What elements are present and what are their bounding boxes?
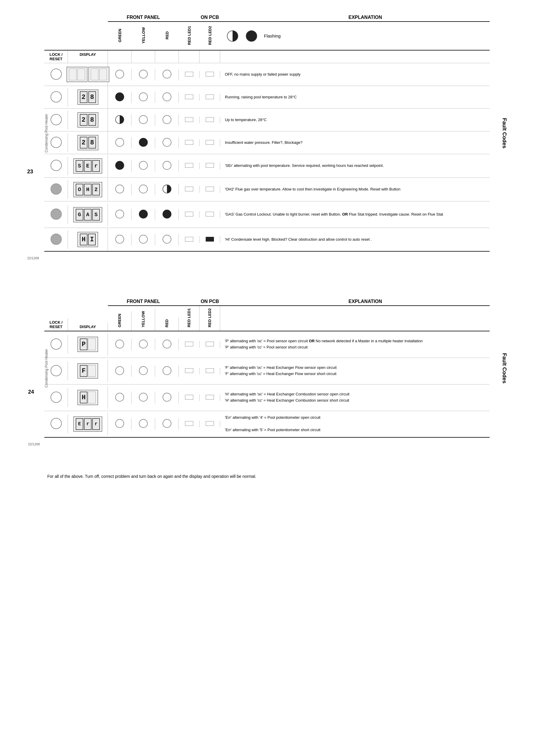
svg-point-30	[51, 234, 62, 245]
green-empty-circle	[114, 418, 125, 429]
led2-empty	[206, 140, 214, 145]
led2-empty	[206, 117, 214, 122]
explanation-header-2: EXPLANATION	[241, 299, 490, 306]
red-empty-circle	[162, 114, 172, 125]
yellow-col-header-2: YELLOW	[140, 309, 147, 330]
yellow-filled-circle	[138, 137, 149, 148]
explanation-text: 'P' alternating with 'oc' = Pool sensor …	[220, 336, 490, 353]
svg-point-45	[163, 393, 171, 401]
red-empty-circle	[162, 234, 172, 245]
red-empty-circle	[162, 92, 172, 102]
svg-point-2	[51, 69, 62, 79]
red-empty-circle	[162, 418, 172, 429]
explanation-text: Up to temperature, 28°C	[220, 115, 490, 125]
red-empty-circle	[162, 137, 172, 148]
sidebar-left-2: Condensing Pool Heater	[44, 349, 48, 388]
page-wrapper: Condensing Pool Heater Fault Codes 23 22…	[0, 0, 534, 500]
yellow-col-header: YELLOW	[140, 25, 147, 46]
yellow-empty-circle	[138, 234, 149, 245]
led1-empty	[185, 212, 193, 216]
yellow-empty-circle	[138, 69, 149, 79]
lock-circle-empty	[50, 338, 63, 351]
led1-empty	[185, 187, 193, 191]
svg-point-12	[139, 116, 148, 124]
led1-empty	[185, 117, 193, 122]
led2-empty	[206, 72, 214, 76]
flashing-label: Flashing	[264, 33, 281, 39]
table-row: 2 8 Insufficient water pressure	[44, 131, 490, 154]
green-empty-circle	[114, 234, 125, 245]
green-empty-circle	[114, 69, 125, 79]
svg-point-6	[51, 92, 62, 102]
lock-circle-empty	[50, 364, 63, 377]
rotated-headers-2: LOCK / RESET DISPLAY GREEN YELLOW RED RE…	[44, 306, 490, 331]
table-row: P 'P' alternating with 'oc' =	[44, 331, 490, 358]
led1-empty	[185, 237, 193, 242]
display-hi: H I	[69, 230, 106, 248]
svg-point-29	[163, 210, 171, 218]
lock-circle-empty	[50, 113, 63, 126]
table-row: 2 8	[44, 109, 490, 131]
sidebar-right-2: Fault Codes	[501, 353, 507, 383]
svg-point-31	[116, 235, 124, 243]
table-row: OFF, no mains supply or failed power sup…	[44, 63, 490, 86]
green-empty-circle	[114, 209, 125, 219]
yellow-empty-circle	[138, 392, 149, 402]
svg-point-39	[116, 366, 124, 375]
sidebar-left-1: Condensing Pool Heater	[44, 114, 48, 153]
svg-point-21	[163, 161, 171, 170]
yellow-empty-circle	[138, 418, 149, 429]
doc-number-2: 22/1208	[28, 443, 40, 446]
front-panel-header: FRONT PANEL	[108, 15, 179, 22]
display-28: 2 8	[69, 88, 106, 106]
display-28-half: 2 8	[69, 111, 106, 129]
display-ser: S E r	[69, 157, 106, 175]
led2-empty	[206, 395, 214, 399]
svg-point-1	[246, 31, 257, 41]
svg-point-32	[139, 235, 148, 243]
explanation-text: 'OH2' Flue gas over temperature. Allow t…	[220, 184, 490, 195]
svg-point-44	[139, 393, 148, 401]
explanation-text: 'H' alternating with 'oc' = Heat Exchang…	[220, 389, 490, 406]
led2-empty	[206, 94, 214, 99]
svg-point-17	[163, 138, 171, 147]
yellow-empty-circle	[138, 92, 149, 102]
on-pcb-header: ON PCB	[179, 15, 241, 22]
on-pcb-header-2: ON PCB	[179, 299, 241, 306]
col-group-headers-1: FRONT PANEL ON PCB EXPLANATION	[44, 15, 490, 22]
red-col-header-2: RED	[163, 317, 170, 330]
section-2: Condensing Pool Heater Fault Codes 24 22…	[44, 299, 490, 437]
led1-empty	[185, 94, 193, 99]
half-circle-icon	[226, 30, 239, 42]
led1-empty	[185, 140, 193, 145]
led1-empty	[185, 368, 193, 373]
svg-point-10	[51, 114, 62, 125]
lock-circle-gray	[50, 208, 63, 221]
svg-point-7	[116, 93, 124, 101]
led2-filled	[206, 237, 214, 242]
green-empty-circle	[114, 184, 125, 194]
red-empty-circle	[162, 392, 172, 402]
explanation-text: Running, raising pool temperature to 28°…	[220, 92, 490, 103]
led1-empty	[185, 342, 193, 346]
lock-reset-header: LOCK / RESET	[44, 50, 68, 63]
display-header-2: DISPLAY	[68, 323, 108, 331]
lock-circle-empty	[50, 68, 63, 81]
display-h: H	[69, 389, 106, 406]
green-col-header: GREEN	[116, 26, 123, 44]
red-led2-col-header: RED LED2	[207, 24, 213, 47]
led2-empty	[206, 212, 214, 216]
svg-point-46	[51, 418, 62, 429]
sidebar-right-1: Fault Codes	[501, 118, 507, 148]
display-err: E r r	[69, 415, 106, 433]
svg-point-22	[51, 184, 62, 194]
svg-point-18	[51, 160, 62, 171]
svg-point-27	[116, 210, 124, 218]
red-empty-circle	[162, 160, 172, 171]
yellow-empty-circle	[138, 365, 149, 376]
svg-point-9	[163, 93, 171, 101]
svg-point-5	[163, 70, 171, 78]
svg-point-34	[51, 339, 62, 349]
svg-point-23	[116, 185, 124, 193]
svg-point-40	[139, 366, 148, 375]
